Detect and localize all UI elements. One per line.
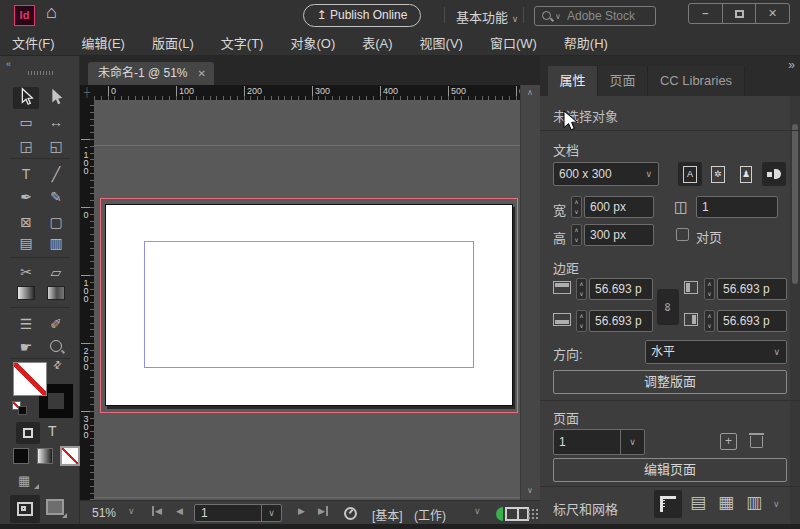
orientation-landscape-button[interactable] [762, 162, 786, 186]
gradient-feather-tool[interactable] [47, 286, 65, 300]
margin-left-field[interactable]: 56.693 p [717, 278, 787, 300]
eyedropper-tool[interactable]: ✐ [43, 313, 69, 335]
zoom-tool[interactable] [43, 336, 69, 358]
home-icon[interactable]: ⌂ [46, 2, 57, 23]
minimize-button[interactable]: – [689, 4, 722, 23]
menu-file[interactable]: 文件(F) [12, 33, 55, 52]
fill-swatch-none[interactable] [13, 362, 47, 396]
toolbox-drag-grip[interactable] [28, 71, 54, 75]
first-page-button[interactable]: ◀ [152, 506, 162, 516]
split-view-icon[interactable] [505, 507, 529, 521]
page-tool[interactable]: ▭ [13, 111, 39, 133]
margin-right-stepper[interactable]: ∧∨ [704, 310, 715, 332]
horizontal-grid-tool[interactable]: ▤ [13, 232, 39, 254]
apply-none-button[interactable] [60, 446, 80, 466]
next-page-button[interactable]: ▶ [298, 506, 305, 516]
margin-left-stepper[interactable]: ∧∨ [704, 278, 715, 300]
preflight-preset[interactable]: [基本] [372, 506, 403, 523]
normal-screen-mode-button[interactable] [10, 495, 40, 523]
preview-screen-mode-button[interactable] [46, 498, 68, 520]
preflight-chevron-icon[interactable]: ∨ [474, 506, 481, 516]
baseline-grid-button[interactable]: ▤ [690, 492, 706, 514]
scroll-down-icon[interactable]: ∨ [527, 486, 533, 495]
intent-print-button[interactable]: A [678, 162, 702, 186]
workspace-switcher[interactable]: 基本功能 ∨ [456, 7, 518, 26]
formatting-affects-text-button[interactable]: T [48, 423, 57, 439]
pen-tool[interactable]: ✒ [13, 186, 39, 208]
view-options-icon[interactable]: ▦ [18, 473, 30, 488]
panel-scrollbar-thumb[interactable] [792, 124, 798, 284]
edit-pages-button[interactable]: 编辑页面 [553, 458, 787, 482]
publish-online-button[interactable]: ↥ Publish Online [303, 4, 421, 27]
link-margins-icon[interactable]: ∞ [657, 289, 679, 325]
facing-pages-checkbox[interactable] [676, 228, 689, 241]
adjust-layout-button[interactable]: 调整版面 [553, 370, 787, 394]
collapse-panel-icon[interactable]: » [788, 58, 794, 72]
content-collector-tool[interactable]: ◲ [13, 135, 39, 157]
document-page[interactable] [105, 204, 513, 406]
width-field[interactable]: 600 px [584, 196, 654, 218]
scroll-up-icon[interactable]: ∧ [527, 88, 533, 97]
menu-object[interactable]: 对象(O) [290, 33, 335, 52]
selection-tool[interactable] [13, 87, 39, 109]
height-field[interactable]: 300 px [584, 224, 654, 246]
menu-layout[interactable]: 版面(L) [152, 33, 194, 52]
height-stepper[interactable]: ∧∨ [571, 224, 582, 246]
direct-selection-tool[interactable] [43, 87, 69, 109]
swap-fill-stroke-icon[interactable]: ⇄ [50, 358, 64, 372]
zoom-level[interactable]: 51% [92, 506, 116, 520]
margin-right-field[interactable]: 56.693 p [717, 310, 787, 332]
page-number-combobox[interactable]: 1 ∨ [194, 504, 282, 522]
menu-edit[interactable]: 编辑(E) [82, 33, 125, 52]
margin-top-field[interactable]: 56.693 p [589, 278, 653, 300]
gap-tool[interactable]: ↔ [43, 111, 69, 133]
close-button[interactable]: ✕ [755, 4, 789, 23]
pencil-tool[interactable]: ✎ [43, 186, 69, 208]
type-tool[interactable]: T [13, 163, 39, 185]
note-tool[interactable]: ☰ [13, 313, 39, 335]
page-size-dropdown[interactable]: 600 x 300∨ [553, 162, 659, 186]
panel-scrollbar[interactable] [790, 96, 800, 524]
canvas-vertical-scrollbar[interactable]: ∧ ∨ [520, 85, 540, 500]
line-tool[interactable]: ╱ [43, 163, 69, 185]
last-page-button[interactable]: ▶ [318, 506, 328, 516]
default-fill-stroke-icon[interactable] [12, 401, 28, 416]
page-combo-chevron-icon[interactable]: ∨ [261, 505, 281, 521]
free-transform-tool[interactable]: ▱ [43, 261, 69, 283]
hand-tool[interactable]: ☛ [13, 336, 39, 358]
canvas-area[interactable] [94, 100, 520, 500]
search-scope-chevron-icon[interactable]: ∨ [555, 12, 561, 21]
delete-page-trash-icon[interactable] [750, 436, 763, 448]
add-page-button[interactable]: + [720, 433, 737, 450]
preflight-icon[interactable] [344, 507, 357, 520]
collapse-toolbox-icon[interactable]: « [6, 59, 10, 69]
show-rulers-button[interactable] [654, 490, 682, 518]
horizontal-ruler[interactable]: 0 100 200 300 400 500 600 [94, 85, 520, 100]
column-grid-button[interactable]: ▥ [746, 492, 762, 514]
margin-bottom-field[interactable]: 56.693 p [589, 310, 653, 332]
menu-table[interactable]: 表(A) [362, 33, 392, 52]
intent-web-button[interactable]: ✲ [706, 162, 730, 186]
ruler-origin[interactable]: ┼ [80, 85, 94, 100]
zoom-chevron-icon[interactable]: ∨ [128, 506, 135, 516]
vertical-ruler[interactable]: -100 0 100 200 300 [80, 100, 94, 500]
apply-gradient-button[interactable] [37, 448, 53, 464]
close-tab-icon[interactable]: ✕ [198, 62, 206, 85]
menu-view[interactable]: 视图(V) [420, 33, 463, 52]
width-stepper[interactable]: ∧∨ [571, 196, 582, 218]
maximize-button[interactable] [722, 4, 756, 23]
scissors-tool[interactable]: ✂ [13, 261, 39, 283]
margin-top-stepper[interactable]: ∧∨ [576, 278, 587, 300]
tab-properties[interactable]: 属性 [548, 66, 598, 96]
rectangle-tool[interactable]: ▢ [43, 211, 69, 233]
tab-pages[interactable]: 页面 [598, 66, 648, 96]
document-grid-button[interactable]: ▦ [718, 492, 734, 514]
previous-page-button[interactable]: ◀ [176, 506, 183, 516]
apply-color-button[interactable] [13, 448, 29, 464]
page-count-field[interactable]: 1 [696, 196, 778, 218]
formatting-affects-container-button[interactable] [16, 422, 40, 444]
margin-bottom-stepper[interactable]: ∧∨ [576, 310, 587, 332]
intent-mobile-button[interactable]: ♟ [734, 162, 758, 186]
resize-grip[interactable] [527, 508, 539, 520]
preflight-profile[interactable]: (工作) [414, 506, 446, 523]
